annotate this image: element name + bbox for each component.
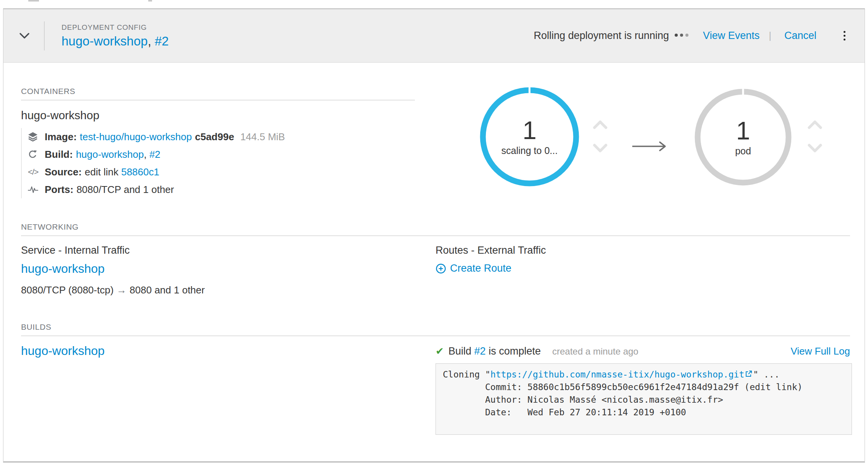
chevron-up-icon[interactable]: [807, 120, 823, 131]
target-pod-caption: pod: [735, 146, 751, 157]
ports-row: Ports: 8080/TCP and 1 other: [28, 181, 415, 198]
image-stream-link[interactable]: test-hugo/hugo-workshop: [80, 131, 192, 143]
current-replica-caption: scaling to 0...: [501, 145, 557, 156]
section-rule: [21, 100, 415, 100]
image-label: Image:: [45, 131, 77, 143]
refresh-icon: [28, 150, 45, 159]
view-events-link[interactable]: View Events: [703, 30, 760, 42]
builds-section-title: BUILDS: [21, 322, 850, 332]
arrow-right-icon: →: [113, 284, 130, 296]
build-row: Build: hugo-workshop , #2: [28, 146, 415, 163]
image-sha: c5ad99e: [195, 131, 234, 143]
log-line-cloning: Cloning "https://github.com/nmasse-itix/…: [443, 368, 845, 381]
check-icon: ✔: [436, 345, 444, 357]
build-number-link[interactable]: #2: [149, 149, 160, 160]
section-rule: [21, 335, 850, 336]
containers-section-title: CONTAINERS: [21, 87, 415, 96]
header-divider: [44, 21, 45, 50]
title-separator: ,: [148, 34, 155, 48]
cutoff-fragment: [148, 0, 152, 2]
card-header: DEPLOYMENT CONFIG hugo-workshop, #2 Roll…: [3, 9, 865, 63]
chevron-down-icon[interactable]: [807, 143, 823, 155]
deployment-revision-link[interactable]: #2: [155, 34, 169, 48]
build-config-link[interactable]: hugo-workshop: [76, 149, 144, 160]
service-column: Service - Internal Traffic hugo-workshop…: [21, 245, 436, 296]
current-replicas-donut: 1 scaling to 0...: [479, 87, 580, 187]
source-text: edit link: [85, 166, 121, 178]
image-size: 144.5 MiB: [240, 131, 285, 143]
running-dots-icon: [672, 34, 688, 38]
networking-section: NETWORKING Service - Internal Traffic hu…: [21, 222, 850, 296]
build-status-column: ✔ Build #2 is complete created a minute …: [436, 337, 850, 435]
action-separator: |: [769, 30, 771, 42]
deployment-config-card: DEPLOYMENT CONFIG hugo-workshop, #2 Roll…: [3, 8, 865, 463]
view-full-log-link[interactable]: View Full Log: [790, 345, 850, 357]
code-icon: </>: [28, 167, 45, 177]
source-commit-link[interactable]: 58860c1: [121, 166, 159, 178]
image-row: Image: test-hugo/hugo-workshop c5ad99e 1…: [28, 128, 415, 146]
builds-section: BUILDS hugo-workshop ✔ Build #2 is compl…: [21, 322, 850, 435]
source-row: </> Source: edit link 58860c1: [28, 163, 415, 181]
build-separator: ,: [144, 149, 149, 160]
target-scale-stepper: [807, 120, 823, 155]
log-line-date: Date: Wed Feb 27 20:11:14 2019 +0100: [443, 406, 845, 419]
plus-circle-icon: [436, 263, 446, 274]
build-label: Build:: [45, 149, 73, 160]
external-link-icon: [745, 368, 752, 381]
pulse-icon: [28, 185, 45, 194]
target-pods-donut: 1 pod: [694, 88, 792, 186]
scaling-panel: 1 scaling to 0... 1 pod: [479, 87, 862, 201]
chevron-down-icon[interactable]: [593, 143, 608, 155]
target-pod-count: 1: [736, 118, 750, 143]
current-replica-count: 1: [523, 118, 537, 143]
collapse-chevron-icon[interactable]: [18, 31, 31, 41]
containers-section: CONTAINERS hugo-workshop Image: test-hug…: [21, 87, 415, 198]
routes-column: Routes - External Traffic Create Route: [436, 245, 850, 296]
service-link[interactable]: hugo-workshop: [21, 262, 105, 276]
build-config-link[interactable]: hugo-workshop: [21, 344, 105, 358]
build-status-complete: is complete: [486, 345, 541, 357]
card-body: CONTAINERS hugo-workshop Image: test-hug…: [3, 63, 865, 462]
page-title: hugo-workshop, #2: [62, 34, 169, 49]
deployment-status-text: Rolling deployment is running: [534, 30, 669, 42]
section-rule: [21, 235, 850, 236]
layers-icon: [28, 132, 45, 142]
create-route-button[interactable]: Create Route: [436, 262, 512, 274]
build-number-link[interactable]: #2: [474, 345, 486, 357]
log-line-author: Author: Nicolas Massé <nicolas.masse@iti…: [443, 394, 845, 406]
build-status-text: Build: [449, 345, 474, 357]
kebab-menu-icon[interactable]: [839, 29, 850, 42]
ports-text: 8080/TCP and 1 other: [76, 184, 174, 196]
current-scale-stepper: [593, 120, 608, 155]
deployment-config-link[interactable]: hugo-workshop: [62, 34, 148, 48]
container-name: hugo-workshop: [21, 109, 415, 122]
log-line-commit: Commit: 58860c1b56f5899cb50ec6961f2e4718…: [443, 381, 845, 394]
networking-section-title: NETWORKING: [21, 222, 850, 232]
arrow-right-icon: [632, 139, 670, 155]
build-config-column: hugo-workshop: [21, 337, 436, 435]
ports-label: Ports:: [45, 184, 73, 196]
header-titles: DEPLOYMENT CONFIG hugo-workshop, #2: [62, 23, 169, 49]
build-log-snippet: Cloning "https://github.com/nmasse-itix/…: [436, 363, 852, 435]
build-status-row: ✔ Build #2 is complete created a minute …: [436, 345, 850, 357]
cutoff-fragment: [28, 0, 39, 2]
routes-title: Routes - External Traffic: [436, 245, 850, 256]
service-port-mapping: 8080/TCP (8080-tcp)→8080 and 1 other: [21, 284, 436, 296]
container-detail-rows: Image: test-hugo/hugo-workshop c5ad99e 1…: [21, 128, 415, 198]
resource-kind-label: DEPLOYMENT CONFIG: [62, 23, 169, 32]
git-repo-link[interactable]: https://github.com/nmasse-itix/hugo-work…: [491, 369, 745, 379]
service-title: Service - Internal Traffic: [21, 245, 436, 256]
chevron-up-icon[interactable]: [593, 120, 608, 131]
header-actions: Rolling deployment is running View Event…: [534, 29, 850, 42]
cancel-deployment-link[interactable]: Cancel: [784, 30, 816, 42]
source-label: Source:: [45, 166, 82, 178]
build-created-timestamp: created a minute ago: [552, 346, 638, 357]
